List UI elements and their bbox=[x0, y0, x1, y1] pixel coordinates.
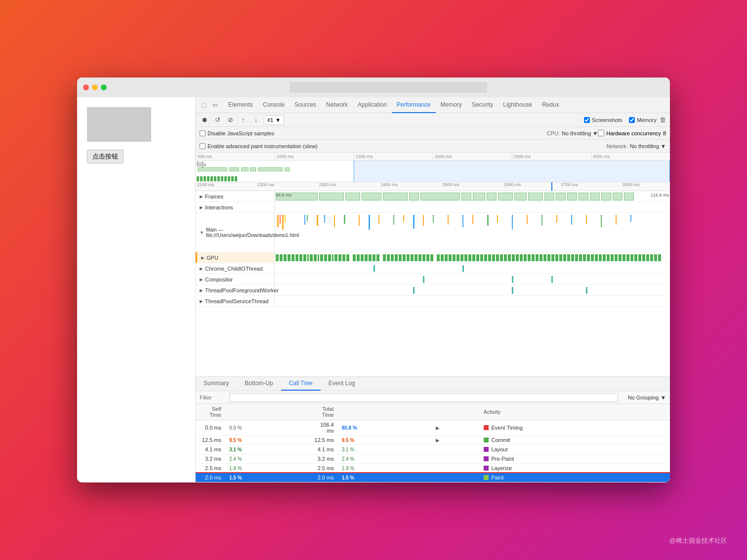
gpu-bar bbox=[445, 254, 448, 261]
disable-js-samples-checkbox[interactable]: Disable JavaScript samples bbox=[200, 130, 547, 136]
col-total-time[interactable]: Total Time bbox=[308, 404, 338, 420]
address-bar[interactable] bbox=[290, 82, 487, 93]
network-dropdown[interactable]: No throttling ▼ bbox=[630, 143, 666, 149]
gpu-bar bbox=[369, 254, 372, 261]
gpu-bar bbox=[630, 254, 633, 261]
table-row[interactable]: 4.1 ms 3.1 % 4.1 ms 3.1 % Layout bbox=[196, 445, 670, 454]
gpu-bar bbox=[587, 254, 590, 261]
toolbar-row: ⏺ ↺ ⊘ ↑ ↓ #1 ▼ Screenshots Memory � bbox=[196, 113, 670, 127]
clear-button[interactable]: ⊘ bbox=[225, 115, 235, 125]
compositor-content[interactable] bbox=[275, 274, 670, 284]
compositor-expand-icon[interactable]: ▶ bbox=[200, 277, 203, 282]
interactions-content[interactable] bbox=[275, 202, 670, 212]
device-icon[interactable]: ▭ bbox=[210, 101, 219, 110]
tick-3000: 3000 ms bbox=[591, 153, 670, 160]
col-activity[interactable]: Activity bbox=[480, 404, 670, 420]
chrome-child-io-label-text: Chrome_ChildIOThread bbox=[205, 266, 263, 272]
profile-dropdown[interactable]: #1 ▼ bbox=[264, 115, 284, 125]
activity-commit: Commit bbox=[480, 436, 670, 445]
gpu-bar bbox=[403, 254, 406, 261]
download-button[interactable]: ↓ bbox=[251, 115, 261, 125]
self-time-event-timing: 0.0 ms bbox=[196, 420, 225, 436]
close-button[interactable] bbox=[83, 84, 89, 90]
call-tree-table: Self Time Total Time Activity bbox=[196, 404, 670, 482]
gpu-bar bbox=[638, 254, 641, 261]
expand-commit[interactable]: ▶ bbox=[432, 436, 480, 445]
grouping-dropdown[interactable]: No Grouping ▼ bbox=[628, 395, 666, 400]
chrome-child-io-expand-icon[interactable]: ▶ bbox=[200, 266, 203, 271]
disable-js-samples-input[interactable] bbox=[200, 130, 206, 136]
gpu-bar bbox=[504, 254, 507, 261]
trash-icon[interactable]: 🗑 bbox=[660, 116, 666, 123]
chrome-child-io-content[interactable] bbox=[275, 263, 670, 274]
tab-elements[interactable]: Elements bbox=[223, 97, 258, 113]
memory-checkbox-label[interactable]: Memory bbox=[629, 117, 657, 123]
thread-pool-fg-expand-icon[interactable]: ▶ bbox=[200, 288, 203, 293]
gpu-expand-icon[interactable]: ▶ bbox=[201, 255, 205, 260]
minimize-button[interactable] bbox=[92, 84, 98, 90]
enable-paint-checkbox[interactable]: Enable advanced paint instrumentation (s… bbox=[200, 143, 586, 149]
upload-button[interactable]: ↑ bbox=[238, 115, 248, 125]
tab-event-log[interactable]: Event Log bbox=[321, 377, 363, 391]
gpu-bar bbox=[619, 254, 622, 261]
tab-call-tree[interactable]: Call Tree bbox=[281, 377, 321, 391]
track-thread-pool-svc: ▶ ThreadPoolServiceThread bbox=[196, 296, 670, 307]
tab-network[interactable]: Network bbox=[321, 97, 353, 113]
reload-record-button[interactable]: ↺ bbox=[212, 115, 222, 125]
thread-pool-svc-content[interactable] bbox=[275, 296, 670, 306]
gpu-bar bbox=[500, 254, 503, 261]
record-button[interactable]: ⏺ bbox=[200, 115, 209, 125]
self-time-paint: 2.0 ms bbox=[196, 473, 225, 482]
gpu-bar bbox=[318, 254, 319, 261]
maximize-button[interactable] bbox=[101, 84, 107, 90]
table-row[interactable]: 12.5 ms 9.5 % 12.5 ms 9.5 % ▶ Commit bbox=[196, 436, 670, 445]
gpu-bar bbox=[422, 254, 425, 261]
thread-pool-svc-label-text: ThreadPoolServiceThread bbox=[205, 298, 268, 304]
gpu-bar bbox=[563, 254, 566, 261]
webpage-button[interactable]: 点击按钮 bbox=[87, 150, 124, 163]
col-self-time[interactable]: Self Time bbox=[196, 404, 225, 420]
tab-summary[interactable]: Summary bbox=[196, 377, 237, 391]
thread-pool-fg-content[interactable] bbox=[275, 285, 670, 295]
expand-layout[interactable] bbox=[432, 445, 480, 454]
tab-bottom-up[interactable]: Bottom-Up bbox=[237, 377, 281, 391]
tab-redux[interactable]: Redux bbox=[537, 97, 564, 113]
cursor-icon[interactable]: ⬚ bbox=[200, 101, 208, 110]
memory-checkbox[interactable] bbox=[629, 117, 635, 123]
gpu-content[interactable] bbox=[275, 252, 670, 263]
table-row[interactable]: 2.0 ms 1.5 % 2.0 ms 1.5 % Paint bbox=[196, 473, 670, 482]
tab-security[interactable]: Security bbox=[467, 97, 498, 113]
gpu-bar bbox=[328, 254, 331, 261]
main-expand-icon[interactable]: ▼ bbox=[200, 230, 204, 235]
timeline-cursor[interactable] bbox=[551, 182, 552, 191]
tab-memory[interactable]: Memory bbox=[436, 97, 467, 113]
main-content[interactable] bbox=[275, 213, 670, 252]
hw-concurrency-checkbox[interactable] bbox=[598, 130, 604, 136]
frames-expand-icon[interactable]: ▶ bbox=[200, 194, 203, 199]
timeline-overview[interactable]: 500 ms 1000 ms 1500 ms 2000 ms 2500 ms 3… bbox=[196, 153, 670, 182]
tab-console[interactable]: Console bbox=[258, 97, 290, 113]
screenshots-checkbox-label[interactable]: Screenshots bbox=[584, 117, 622, 123]
expand-event-timing[interactable]: ▶ bbox=[432, 420, 480, 436]
expand-prepaint[interactable] bbox=[432, 454, 480, 464]
enable-paint-input[interactable] bbox=[200, 143, 206, 149]
screenshots-checkbox[interactable] bbox=[584, 117, 590, 123]
gpu-bar bbox=[464, 254, 467, 261]
tab-performance[interactable]: Performance bbox=[392, 97, 436, 113]
frames-content[interactable]: 66.6 ms 116.6 ms bbox=[275, 191, 670, 201]
timeline-tracks-overview[interactable] bbox=[196, 160, 670, 182]
expand-paint[interactable] bbox=[432, 473, 480, 482]
frame-time-left: 66.6 ms bbox=[276, 193, 291, 198]
table-row[interactable]: 0.0 ms 0.0 % 106.4 ms 80.8 % ▶ Event Tim… bbox=[196, 420, 670, 436]
table-row[interactable]: 2.5 ms 1.9 % 2.5 ms 1.9 % Layerize bbox=[196, 464, 670, 473]
interactions-expand-icon[interactable]: ▶ bbox=[200, 205, 203, 210]
thread-pool-svc-expand-icon[interactable]: ▶ bbox=[200, 299, 203, 304]
cpu-dropdown[interactable]: No throttling ▼ bbox=[562, 130, 598, 136]
table-row[interactable]: 3.2 ms 2.4 % 3.2 ms 2.4 % Pre-Paint bbox=[196, 454, 670, 464]
tab-sources[interactable]: Sources bbox=[290, 97, 321, 113]
tab-lighthouse[interactable]: Lighthouse bbox=[498, 97, 537, 113]
filter-input[interactable] bbox=[229, 393, 618, 402]
detail-timeline[interactable]: 2100 ms 2200 ms 2300 ms 2400 ms 2500 ms … bbox=[196, 182, 670, 376]
expand-layerize[interactable] bbox=[432, 464, 480, 473]
tab-application[interactable]: Application bbox=[353, 97, 392, 113]
